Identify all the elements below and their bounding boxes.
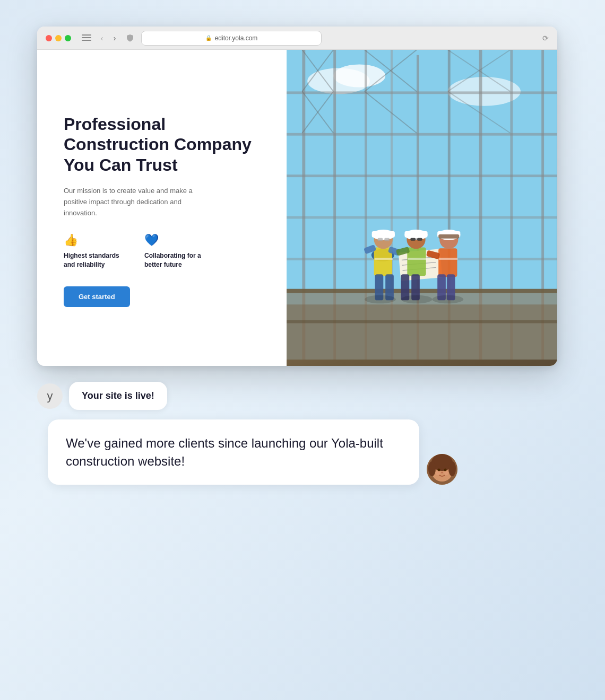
svg-rect-67 [439, 258, 458, 260]
svg-rect-65 [375, 258, 393, 260]
svg-rect-15 [287, 174, 557, 177]
svg-rect-41 [378, 238, 383, 241]
thumbsup-icon: 👍 [64, 233, 127, 247]
maximize-button[interactable] [65, 35, 71, 41]
chat-message-2: We've gained more clients since launchin… [48, 419, 568, 485]
svg-point-78 [441, 472, 443, 474]
construction-background [287, 50, 557, 366]
website-hero-left: Professional Construction Company You Ca… [37, 50, 287, 366]
svg-rect-16 [287, 216, 557, 219]
chat-text-1: Your site is live! [82, 390, 154, 401]
back-button[interactable]: ‹ [98, 34, 106, 42]
svg-rect-53 [405, 231, 428, 238]
yola-avatar: y [37, 383, 63, 409]
svg-rect-31 [287, 320, 557, 323]
svg-point-76 [438, 469, 440, 471]
svg-rect-30 [287, 289, 557, 293]
url-text: editor.yola.com [215, 34, 258, 42]
svg-point-75 [448, 461, 456, 476]
svg-point-77 [444, 469, 447, 471]
forward-button[interactable]: › [110, 34, 119, 42]
svg-rect-14 [287, 133, 557, 136]
svg-rect-42 [385, 238, 390, 241]
svg-point-68 [365, 295, 396, 304]
feature-2-label: Collaborating for a better future [144, 251, 208, 269]
features-row: 👍 Highest standards and reliability 💙 Co… [64, 233, 260, 269]
hero-description: Our mission is to create value and make … [64, 186, 212, 218]
chat-section: y Your site is live! We've gained more c… [21, 366, 584, 673]
svg-point-2 [334, 64, 386, 87]
minimize-button[interactable] [55, 35, 62, 41]
svg-rect-40 [372, 231, 395, 238]
close-button[interactable] [46, 35, 52, 41]
chat-bubble-2: We've gained more clients since launchin… [48, 419, 419, 485]
reload-button[interactable]: ⟳ [542, 34, 549, 42]
chat-text-2: We've gained more clients since launchin… [66, 436, 383, 468]
feature-item-1: 👍 Highest standards and reliability [64, 233, 127, 269]
svg-rect-47 [408, 247, 426, 276]
traffic-lights [46, 35, 71, 41]
security-icon [125, 33, 135, 43]
svg-point-79 [436, 471, 440, 475]
feature-1-label: Highest standards and reliability [64, 251, 127, 269]
address-bar[interactable]: 🔒 editor.yola.com [141, 31, 322, 46]
get-started-button[interactable]: Get started [64, 286, 130, 307]
svg-rect-13 [287, 91, 557, 94]
svg-rect-57 [439, 248, 457, 277]
website-content: Professional Construction Company You Ca… [37, 50, 557, 366]
svg-point-80 [444, 471, 448, 475]
svg-point-69 [401, 295, 433, 304]
feature-item-2: 💙 Collaborating for a better future [144, 233, 208, 269]
chat-message-1: y Your site is live! [37, 382, 568, 410]
hero-title: Professional Construction Company You Ca… [64, 114, 260, 175]
svg-rect-64 [439, 234, 460, 239]
svg-point-70 [433, 295, 464, 304]
lock-icon: 🔒 [205, 35, 212, 41]
heart-icon: 💙 [144, 233, 208, 247]
yola-avatar-letter: y [47, 389, 53, 403]
browser-toolbar: ‹ › 🔒 editor.yola.com ⟳ [37, 27, 557, 50]
svg-rect-29 [287, 304, 557, 360]
website-hero-image [287, 50, 557, 366]
svg-point-74 [428, 461, 436, 476]
chat-bubble-1: Your site is live! [69, 382, 167, 410]
browser-navigation: ‹ › [98, 34, 119, 42]
browser-window: ‹ › 🔒 editor.yola.com ⟳ Professional Con… [37, 27, 557, 366]
svg-rect-54 [411, 238, 416, 241]
user-avatar [427, 454, 457, 485]
svg-rect-66 [408, 258, 427, 260]
svg-rect-55 [417, 238, 422, 241]
sidebar-toggle-icon[interactable] [82, 34, 91, 42]
